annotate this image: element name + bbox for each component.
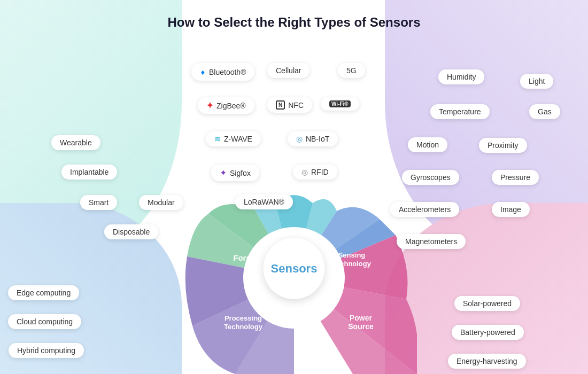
pill-disposable: Disposable [104, 224, 158, 239]
pill-zigbee: ✦ ZigBee® [198, 97, 254, 114]
pill-implantable-label: Implantable [70, 168, 109, 176]
pill-bluetooth-label: Bluetooth® [209, 68, 246, 76]
pill-battery-powered-label: Battery-powered [460, 328, 515, 337]
pill-motion-label: Motion [416, 141, 439, 149]
pill-edge-computing: Edge computing [8, 285, 79, 300]
zwave-icon: ≋ [214, 135, 221, 143]
pill-cellular: Cellular [267, 63, 310, 78]
svg-text:Technology: Technology [224, 323, 263, 331]
pill-humidity: Humidity [438, 69, 484, 84]
pill-lorawan: LoRaWAN® [235, 194, 293, 209]
svg-text:Technology: Technology [332, 260, 372, 268]
pill-pressure-label: Pressure [500, 173, 530, 182]
pill-humidity-label: Humidity [447, 73, 476, 81]
pill-magnetometers-label: Magnetometers [405, 237, 457, 246]
center-sensors-label: Sensors [264, 238, 325, 299]
pill-gas: Gas [529, 104, 560, 119]
bluetooth-icon: ⬧ [200, 66, 206, 77]
segment-power-label: Power [350, 314, 373, 322]
pill-modular: Modular [139, 195, 183, 210]
pill-zigbee-label: ZigBee® [216, 102, 246, 110]
nbiot-icon: ◎ [296, 135, 303, 143]
pill-hybrid-computing: Hybrid computing [9, 343, 84, 358]
page-title: How to Select the Right Types of Sensors [0, 15, 588, 30]
pill-temperature-label: Temperature [439, 107, 481, 116]
pill-bluetooth: ⬧ Bluetooth® [191, 63, 254, 81]
pill-wearable-label: Wearable [60, 138, 92, 147]
pill-energy-harvesting: Energy-harvesting [448, 354, 526, 369]
pill-disposable-label: Disposable [113, 228, 150, 236]
pill-proximity-label: Proximity [488, 141, 519, 150]
wifi-icon: Wi-Fi® [329, 100, 351, 107]
pill-cellular-label: Cellular [276, 66, 301, 75]
pill-wearable: Wearable [51, 135, 100, 150]
pill-edge-computing-label: Edge computing [17, 289, 71, 297]
pill-gyroscopes: Gyroscopes [402, 170, 459, 185]
pill-solar-powered-label: Solar-powered [463, 299, 512, 308]
pill-nfc: N NFC [267, 97, 312, 113]
pill-motion: Motion [408, 137, 447, 152]
pill-image: Image [492, 202, 530, 217]
pill-proximity: Proximity [479, 138, 527, 153]
pill-solar-powered: Solar-powered [454, 296, 520, 311]
pill-zwave-label: Z-WAVE [224, 135, 252, 143]
pill-implantable: Implantable [61, 165, 117, 180]
pill-accelerometers: Accelerometers [390, 202, 459, 217]
pill-pressure: Pressure [492, 170, 539, 185]
pill-5g-label: 5G [346, 66, 357, 75]
pill-rfid: ◎ RFID [293, 165, 337, 180]
pill-smart-label: Smart [89, 198, 109, 207]
pill-nfc-label: NFC [288, 101, 304, 110]
pill-gyroscopes-label: Gyroscopes [411, 173, 451, 182]
svg-text:Source: Source [348, 322, 374, 331]
pill-5g: 5G [338, 63, 365, 78]
pill-light-label: Light [529, 77, 545, 85]
pill-cloud-computing-label: Cloud computing [17, 317, 73, 326]
pill-magnetometers: Magnetometers [397, 234, 466, 249]
segment-sensing-label: Sensing [338, 251, 366, 259]
pill-accelerometers-label: Accelerometers [399, 205, 451, 214]
pill-nbiot: ◎ NB-IoT [288, 131, 338, 146]
pill-smart: Smart [80, 195, 117, 210]
rfid-icon: ◎ [301, 168, 308, 176]
segment-processing-label: Processing [225, 314, 262, 322]
pill-lorawan-label: LoRaWAN® [244, 198, 284, 206]
pill-hybrid-computing-label: Hybrid computing [17, 346, 75, 355]
pill-sigfox: ✦ Sigfox [211, 165, 259, 181]
nfc-icon: N [276, 100, 285, 110]
pill-modular-label: Modular [148, 198, 175, 207]
pill-rfid-label: RFID [311, 168, 329, 176]
pill-light: Light [520, 74, 553, 89]
pill-gas-label: Gas [538, 107, 552, 116]
pill-image-label: Image [500, 205, 521, 214]
zigbee-icon: ✦ [206, 100, 213, 111]
pill-battery-powered: Battery-powered [452, 325, 524, 340]
pill-nbiot-label: NB-IoT [306, 135, 329, 143]
pill-temperature: Temperature [430, 104, 490, 119]
sigfox-icon: ✦ [220, 168, 227, 178]
segment-form-label: Form [233, 253, 253, 262]
pill-energy-harvesting-label: Energy-harvesting [457, 357, 517, 365]
pill-cloud-computing: Cloud computing [8, 314, 81, 329]
pill-wifi: Wi-Fi® [321, 97, 359, 111]
pill-sigfox-label: Sigfox [230, 169, 251, 177]
pill-zwave: ≋ Z-WAVE [206, 131, 261, 146]
